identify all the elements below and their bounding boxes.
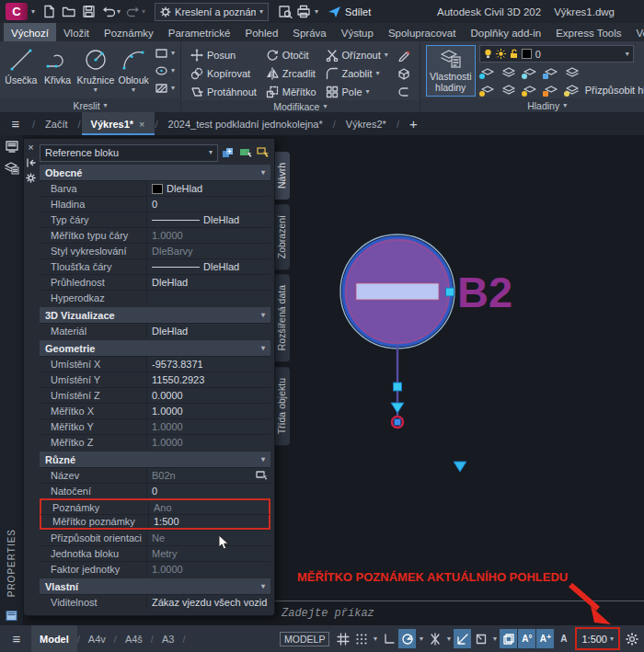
ribbon-tab[interactable]: Express Tools	[548, 23, 628, 41]
quick-select-icon[interactable]	[256, 146, 270, 160]
object-type-dropdown[interactable]: Reference bloku ▾	[40, 144, 218, 162]
polar-tracking-icon[interactable]	[398, 629, 416, 648]
marker-triangle[interactable]	[454, 462, 466, 472]
undo-icon[interactable]: ▾	[101, 6, 121, 17]
rotate-button[interactable]: Otočit	[266, 46, 316, 63]
scale-button[interactable]: Měřítko	[266, 83, 316, 100]
app-logo-icon[interactable]: C	[6, 3, 28, 20]
isodraft-caret-icon[interactable]: ▼	[444, 629, 453, 648]
grip[interactable]	[394, 383, 402, 391]
ribbon-tab[interactable]: Pohled	[237, 23, 285, 41]
property-value[interactable]: B02n	[146, 468, 270, 483]
section-header[interactable]: Vlastní ▾	[40, 578, 270, 594]
property-value[interactable]: 0	[146, 197, 270, 212]
snap-icon[interactable]	[352, 629, 370, 648]
join-button[interactable]	[397, 83, 410, 100]
palette-side-tab[interactable]: Třída objektu	[273, 367, 290, 445]
osnap-caret-icon[interactable]: ▼	[490, 629, 499, 648]
file-tab[interactable]: Výkres2* ×	[337, 112, 396, 135]
palette-side-tab[interactable]: Návrh	[273, 152, 290, 200]
property-value[interactable]: DleBarvy	[146, 244, 270, 258]
file-tab[interactable]: Výkres1* ×	[82, 112, 155, 135]
explode-button[interactable]	[397, 64, 410, 82]
property-value[interactable]: DleHlad	[146, 181, 270, 196]
otrack-icon[interactable]	[454, 629, 471, 648]
layer-off-icon[interactable]	[479, 65, 495, 79]
copy-button[interactable]: Kopírovat	[190, 64, 257, 82]
property-value[interactable]: Ne	[146, 531, 270, 545]
insertion-point[interactable]	[392, 417, 403, 428]
panel-modify-label[interactable]: Modifikace▾	[181, 100, 420, 112]
share-button[interactable]: Sdílet	[328, 6, 371, 18]
ribbon-tab[interactable]: Výchozí	[4, 23, 56, 41]
layer-thaw-icon[interactable]	[500, 83, 516, 97]
property-value[interactable]: 11550.2923	[146, 372, 270, 387]
ribbon-tab[interactable]: Spolupracovat	[381, 23, 464, 41]
layer-unlock-icon[interactable]	[543, 83, 558, 97]
ribbon-tab[interactable]: Výstup	[334, 23, 381, 41]
panel-layers-label[interactable]: Hladiny▾	[420, 98, 644, 112]
layer-dropdown[interactable]: 0 ▾	[479, 45, 634, 63]
property-value[interactable]: 0.0000	[146, 388, 270, 403]
ortho-icon[interactable]	[380, 629, 397, 648]
move-button[interactable]: Posun	[190, 46, 257, 63]
layout-tab[interactable]: Model	[31, 625, 77, 652]
property-value[interactable]: DleHlad	[146, 212, 270, 227]
drawing-canvas[interactable]: B2 PROPERTIES × Reference bloku ▾	[0, 135, 644, 625]
property-value[interactable]: 1.0000	[146, 228, 270, 243]
property-value[interactable]: DleHlad	[146, 259, 270, 274]
property-value[interactable]: 1.0000	[146, 404, 270, 418]
ribbon-tab[interactable]: Vložit	[56, 23, 97, 41]
file-tabs-menu-icon[interactable]: ≡	[0, 112, 31, 135]
layer-freeze-icon[interactable]	[522, 65, 537, 79]
property-value[interactable]: Zákaz vjezdu všech vozid	[146, 595, 270, 610]
palette-side-tab[interactable]: Rozšířená data	[273, 274, 290, 361]
layout-tab[interactable]: A3	[154, 625, 182, 652]
layer-lock-icon[interactable]	[543, 65, 558, 79]
snap-caret-icon[interactable]: ▼	[371, 629, 379, 648]
layer-states-icon[interactable]	[4, 161, 19, 175]
sign-label[interactable]: B2	[457, 268, 512, 316]
property-value[interactable]: 1:500	[148, 515, 269, 528]
selection-cycling-icon[interactable]	[500, 629, 517, 648]
section-header[interactable]: Různé ▾	[40, 452, 270, 467]
ribbon-tab[interactable]: Vehicle Tracking	[629, 23, 644, 41]
property-value[interactable]: 0	[146, 484, 270, 498]
select-objects-icon[interactable]	[238, 146, 253, 160]
ribbon-tab[interactable]: Doplňky add-in	[463, 23, 548, 41]
layer-stack-icon[interactable]	[564, 65, 580, 79]
stretch-button[interactable]: Protáhnout	[190, 83, 257, 100]
isodraft-icon[interactable]	[426, 629, 443, 648]
annotation-autoscale-icon[interactable]: A⁺	[536, 629, 554, 648]
customization-gear-icon[interactable]	[623, 629, 640, 648]
match-layer-label[interactable]: Přizpůsobit hladinu	[585, 85, 644, 96]
palette-side-tab[interactable]: Zobrazení	[273, 204, 290, 269]
layer-on-icon[interactable]	[479, 83, 495, 97]
grip[interactable]	[446, 288, 454, 296]
layout-tab[interactable]: A4v	[80, 625, 114, 652]
circle-button[interactable]: Kružnice ▾	[76, 43, 114, 98]
print-icon[interactable]	[296, 5, 311, 18]
layout-menu-icon[interactable]: ≡	[4, 631, 29, 646]
annotation-visibility-icon[interactable]: A°	[518, 629, 535, 648]
array-button[interactable]: Pole▾	[326, 83, 388, 100]
monitor-icon[interactable]	[5, 140, 19, 154]
property-value[interactable]: DleHlad	[146, 275, 270, 290]
qat-more-caret-icon[interactable]: ▾	[315, 8, 318, 16]
trim-button[interactable]: Oříznout▾	[326, 46, 388, 63]
layer-sun-icon[interactable]	[522, 83, 537, 97]
model-space-label[interactable]: MODELP	[280, 632, 329, 646]
mirror-button[interactable]: Zrcadlit	[266, 64, 316, 82]
save-icon[interactable]	[82, 5, 96, 18]
section-header[interactable]: Geometrie ▾	[40, 340, 270, 356]
ribbon-tab[interactable]: Poznámky	[97, 23, 161, 41]
grip-arrow[interactable]	[391, 403, 404, 413]
new-file-icon[interactable]	[42, 5, 56, 18]
polyline-button[interactable]: Křivka	[40, 43, 75, 98]
pick-block-icon[interactable]	[256, 471, 268, 481]
property-value[interactable]: 1.0000	[146, 435, 270, 450]
grid-icon[interactable]	[334, 629, 351, 648]
section-header[interactable]: Obecné ▾	[40, 165, 270, 180]
file-tab[interactable]: 2024_test podkladní jednokolejna* ×	[159, 112, 332, 135]
grip[interactable]	[395, 419, 401, 426]
